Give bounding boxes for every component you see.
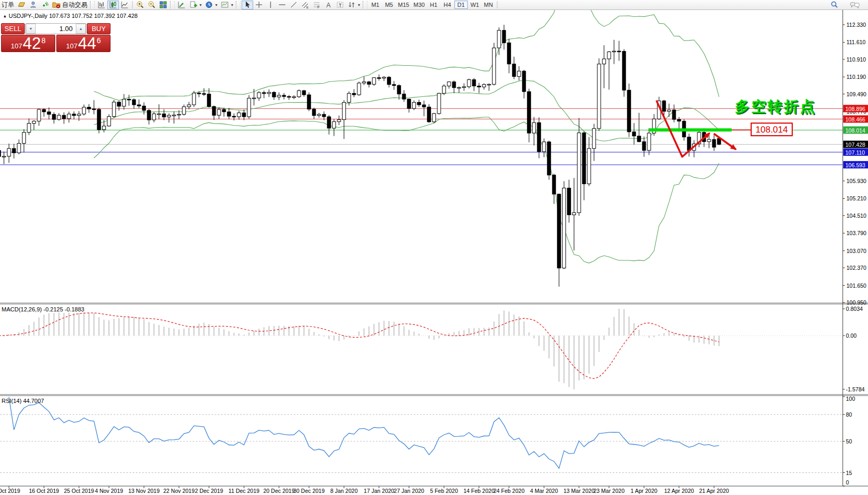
- price-tick-label: 100.950: [846, 299, 866, 306]
- date-tick-label: 14 Feb 2020: [464, 488, 495, 494]
- price-tick-label: 105.930: [846, 178, 866, 184]
- date-tick-label: 22 Nov 2019: [163, 488, 195, 494]
- arrange-objects-button[interactable]: ▾: [346, 1, 362, 9]
- autotrading-button[interactable]: 自动交易: [51, 1, 89, 9]
- text-tool-button[interactable]: A: [323, 1, 334, 9]
- rsi-axis-label: 0: [846, 479, 849, 486]
- candlestick-mode-button[interactable]: [107, 1, 119, 9]
- date-tick-label: 20 Dec 2019: [263, 488, 295, 494]
- price-tag-label: 108.014: [845, 127, 865, 134]
- dropdown-caret-icon: ▾: [231, 3, 233, 7]
- price-tag-label: 108.896: [845, 106, 865, 112]
- price-tick-label: 110.190: [846, 74, 866, 80]
- search-icon[interactable]: [828, 1, 841, 9]
- timeframe-m5[interactable]: M5: [382, 1, 396, 9]
- rsi-axis-label: 80: [846, 411, 852, 418]
- timeframe-w1[interactable]: W1: [468, 1, 482, 9]
- dropdown-caret-icon: ▾: [199, 3, 202, 7]
- toolbar: 订单 自动交易 ▾ ▾ ▾ E F A T ▾ M1 M5 M15: [0, 0, 868, 10]
- macd-indicator-label: MACD(12,26,9) -0.2125 -0.1883: [2, 306, 84, 312]
- zoom-in-button[interactable]: [134, 1, 146, 9]
- buy-price-pips: 44: [78, 36, 96, 52]
- volume-stepper[interactable]: ▼ 1.00 ▲: [25, 23, 86, 34]
- price-annotation-label: 108.014: [755, 125, 787, 135]
- price-tick-label: 101.650: [846, 282, 866, 289]
- toolbar-grip[interactable]: [170, 1, 175, 8]
- timeframe-m1[interactable]: M1: [368, 1, 382, 9]
- timeframe-h4[interactable]: H4: [441, 1, 454, 9]
- timeframe-m15[interactable]: M15: [396, 1, 411, 9]
- turning-point-text[interactable]: 多空转折点: [735, 98, 816, 115]
- rsi-axis-label: 100: [846, 396, 855, 402]
- svg-text:A: A: [326, 2, 331, 9]
- macd-axis-max: 0.8034: [846, 306, 863, 312]
- timeframes-menu-button[interactable]: ▾: [203, 1, 219, 9]
- price-tick-label: 109.490: [846, 91, 866, 97]
- date-tick-label: 8 Jan 2020: [331, 488, 358, 494]
- trendline-tool-button[interactable]: [288, 1, 300, 9]
- volume-increase-button[interactable]: ▲: [76, 24, 86, 34]
- tile-windows-button[interactable]: [157, 1, 169, 9]
- price-tick-label: 111.610: [846, 39, 866, 45]
- channel-tool-button[interactable]: E: [300, 1, 311, 9]
- journal-icon[interactable]: [16, 1, 27, 9]
- sell-price-figure: 107: [11, 42, 23, 50]
- chart-symbol-header: ▴ USDJPY-,Daily 107.673 107.752 107.392 …: [4, 13, 137, 19]
- timeframe-m30[interactable]: M30: [411, 1, 426, 9]
- toolbar-grip[interactable]: [363, 1, 367, 8]
- toolbar-grip[interactable]: [236, 1, 241, 8]
- price-level-lines[interactable]: [0, 108, 843, 165]
- rsi-axis-label: 15: [846, 470, 852, 476]
- signal-icon[interactable]: [39, 1, 51, 9]
- timeframe-d1[interactable]: D1: [454, 1, 468, 9]
- svg-text:E: E: [306, 6, 308, 9]
- date-tick-label: 23 Mar 2020: [594, 488, 625, 494]
- buy-price-point: 6: [97, 36, 101, 45]
- price-chart-canvas[interactable]: 112.330111.610110.910110.190109.490108.7…: [0, 0, 868, 495]
- timeframe-h1[interactable]: H1: [427, 1, 441, 9]
- candles-layer: [0, 25, 721, 287]
- buy-price-display[interactable]: 107 44 6: [56, 35, 111, 52]
- fibonacci-tool-button[interactable]: F: [311, 1, 323, 9]
- text-label-tool-button[interactable]: T: [334, 1, 346, 9]
- price-tick-label: 102.370: [846, 265, 866, 271]
- line-chart-mode-button[interactable]: [119, 1, 131, 9]
- buy-button[interactable]: BUY: [87, 23, 111, 34]
- chat-icon[interactable]: [848, 1, 862, 9]
- cursor-tool-button[interactable]: [242, 1, 253, 9]
- sell-price-pips: 42: [23, 36, 41, 52]
- volume-value[interactable]: 1.00: [36, 24, 76, 34]
- price-tick-label: 105.210: [846, 195, 866, 201]
- timeframe-mn[interactable]: MN: [482, 1, 495, 9]
- expand-arrow-icon[interactable]: ▴: [4, 13, 6, 18]
- date-tick-label: 4 Nov 2019: [95, 488, 123, 494]
- bar-chart-mode-button[interactable]: [96, 1, 107, 9]
- date-tick-label: 30 Dec 2019: [293, 488, 325, 494]
- price-tag-label: 107.428: [845, 142, 865, 148]
- crosshair-tool-button[interactable]: [253, 1, 265, 9]
- price-tick-label: 110.910: [846, 56, 866, 63]
- toolbar-grip[interactable]: [90, 1, 95, 8]
- macd-axis-min: -1.5784: [846, 386, 865, 392]
- indicator-window-icon[interactable]: [176, 1, 187, 9]
- date-tick-label: 17 Jan 2020: [364, 488, 394, 494]
- new-order-button[interactable]: 订单: [0, 1, 16, 9]
- chart-template-button[interactable]: ▾: [219, 1, 235, 9]
- sell-price-point: 8: [42, 36, 46, 45]
- sell-button[interactable]: SELL: [1, 23, 25, 34]
- zoom-out-button[interactable]: [146, 1, 157, 9]
- vertical-line-tool-button[interactable]: [265, 1, 276, 9]
- date-tick-label: 16 Oct 2019: [29, 488, 59, 494]
- date-tick-label: 4 Mar 2020: [530, 488, 558, 494]
- trend-highlight-bar[interactable]: [649, 128, 732, 132]
- symbol-ohlc-text: USDJPY-,Daily 107.673 107.752 107.392 10…: [9, 13, 138, 19]
- contacts-icon[interactable]: [27, 1, 39, 9]
- svg-text:F: F: [317, 5, 320, 9]
- date-tick-label: 21 Apr 2020: [699, 488, 729, 494]
- volume-decrease-button[interactable]: ▼: [26, 24, 36, 34]
- add-indicator-button[interactable]: ▾: [187, 1, 203, 9]
- sell-price-display[interactable]: 107 42 8: [1, 35, 55, 52]
- date-tick-label: 13 Nov 2019: [128, 488, 160, 494]
- horizontal-line-tool-button[interactable]: [276, 1, 288, 9]
- price-tag-label: 106.593: [845, 162, 865, 168]
